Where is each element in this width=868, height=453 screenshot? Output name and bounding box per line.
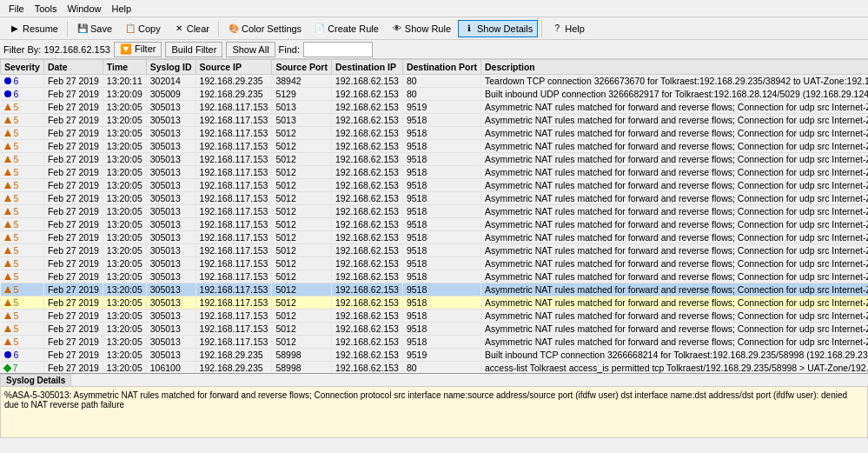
src-ip-cell: 192.168.117.153: [195, 296, 272, 310]
table-row[interactable]: 5Feb 27 201913:20:05305013192.168.117.15…: [1, 101, 869, 114]
description-cell: Teardown TCP connection 3266673670 for T…: [481, 75, 868, 88]
severity-cell: 6: [1, 88, 44, 101]
show-rule-button[interactable]: 👁 Show Rule: [386, 20, 456, 37]
src-ip-cell: 192.168.117.153: [195, 114, 272, 127]
menu-file[interactable]: File: [3, 3, 30, 15]
dst-port-cell: 80: [402, 362, 480, 374]
col-dest-ip[interactable]: Destination IP: [331, 60, 402, 75]
severity-circle-icon: [4, 351, 11, 358]
table-row[interactable]: 5Feb 27 201913:20:05305013192.168.117.15…: [1, 336, 869, 349]
severity-cell: 5: [1, 218, 44, 231]
find-input[interactable]: [303, 42, 373, 57]
col-description[interactable]: Description: [481, 60, 868, 75]
date-cell: Feb 27 2019: [43, 88, 103, 101]
table-row[interactable]: 6Feb 27 201913:20:11302014192.168.29.235…: [1, 75, 869, 88]
syslog-id-cell: 305013: [146, 336, 195, 349]
table-row[interactable]: 7Feb 27 201913:20:05106100192.168.29.235…: [1, 362, 869, 374]
table-row[interactable]: 5Feb 27 201913:20:05305013192.168.117.15…: [1, 283, 869, 296]
severity-triangle-icon: [4, 221, 11, 228]
severity-cell: 5: [1, 270, 44, 283]
src-ip-cell: 192.168.117.153: [195, 218, 272, 231]
src-port-cell: 5012: [272, 323, 332, 336]
dst-port-cell: 9518: [402, 166, 480, 179]
src-port-cell: 5012: [272, 283, 332, 296]
show-details-button[interactable]: ℹ Show Details: [458, 20, 538, 37]
syslog-id-cell: 305013: [146, 192, 195, 205]
time-cell: 13:20:05: [103, 101, 146, 114]
syslog-id-cell: 305013: [146, 296, 195, 310]
col-syslog-id[interactable]: Syslog ID: [146, 60, 195, 75]
src-port-cell: 5012: [272, 296, 332, 310]
table-row[interactable]: 6Feb 27 201913:20:05305013192.168.29.235…: [1, 349, 869, 362]
time-cell: 13:20:05: [103, 192, 146, 205]
table-row[interactable]: 5Feb 27 201913:20:05305013192.168.117.15…: [1, 270, 869, 283]
col-source-port[interactable]: Source Port: [272, 60, 332, 75]
table-row[interactable]: 5Feb 27 201913:20:05305013192.168.117.15…: [1, 244, 869, 257]
date-cell: Feb 27 2019: [43, 153, 103, 166]
src-port-cell: 5012: [272, 166, 332, 179]
severity-triangle-icon: [4, 117, 11, 123]
table-row[interactable]: 5Feb 27 201913:20:05305013192.168.117.15…: [1, 127, 869, 140]
build-filter-button[interactable]: Build Filter: [165, 42, 222, 57]
src-ip-cell: 192.168.117.153: [195, 310, 272, 323]
table-row[interactable]: 5Feb 27 201913:20:05305013192.168.117.15…: [1, 140, 869, 153]
table-container[interactable]: Severity Date Time Syslog ID Source IP S…: [0, 59, 868, 373]
table-row[interactable]: 5Feb 27 201913:20:05305013192.168.117.15…: [1, 114, 869, 127]
table-row[interactable]: 5Feb 27 201913:20:05305013192.168.117.15…: [1, 231, 869, 244]
clear-button[interactable]: ✕ Clear: [168, 20, 215, 37]
col-dest-port[interactable]: Destination Port: [402, 60, 480, 75]
save-button[interactable]: 💾 Save: [71, 20, 117, 37]
dst-port-cell: 9518: [402, 296, 480, 310]
date-cell: Feb 27 2019: [43, 218, 103, 231]
table-row[interactable]: 5Feb 27 201913:20:05305013192.168.117.15…: [1, 179, 869, 192]
help-icon: ?: [551, 23, 563, 35]
description-cell: Asymmetric NAT rules matched for forward…: [481, 166, 868, 179]
table-row[interactable]: 5Feb 27 201913:20:05305013192.168.117.15…: [1, 205, 869, 218]
description-cell: Asymmetric NAT rules matched for forward…: [481, 127, 868, 140]
src-port-cell: 5013: [272, 101, 332, 114]
description-cell: Asymmetric NAT rules matched for forward…: [481, 114, 868, 127]
dst-port-cell: 9519: [402, 349, 480, 362]
src-ip-cell: 192.168.117.153: [195, 127, 272, 140]
src-port-cell: 58998: [272, 349, 332, 362]
menu-tools[interactable]: Tools: [30, 3, 63, 15]
menu-window[interactable]: Window: [62, 3, 106, 15]
help-button[interactable]: ? Help: [546, 20, 590, 37]
severity-cell: 5: [1, 166, 44, 179]
table-row[interactable]: 5Feb 27 201913:20:05305013192.168.117.15…: [1, 257, 869, 270]
show-all-button[interactable]: Show All: [226, 42, 275, 57]
col-source-ip[interactable]: Source IP: [195, 60, 272, 75]
dst-port-cell: 9518: [402, 192, 480, 205]
table-row[interactable]: 5Feb 27 201913:20:05305013192.168.117.15…: [1, 192, 869, 205]
resume-button[interactable]: ▶ Resume: [3, 20, 63, 37]
dst-ip-cell: 192.168.62.153: [331, 244, 402, 257]
src-port-cell: 5012: [272, 244, 332, 257]
separator-3: [541, 21, 542, 37]
time-cell: 13:20:05: [103, 336, 146, 349]
col-severity[interactable]: Severity: [1, 60, 44, 75]
table-row[interactable]: 5Feb 27 201913:20:05305013192.168.117.15…: [1, 310, 869, 323]
col-time[interactable]: Time: [103, 60, 146, 75]
table-row[interactable]: 5Feb 27 201913:20:05305013192.168.117.15…: [1, 153, 869, 166]
color-settings-button[interactable]: 🎨 Color Settings: [222, 20, 307, 37]
col-date[interactable]: Date: [43, 60, 103, 75]
src-port-cell: 5012: [272, 127, 332, 140]
table-row[interactable]: 5Feb 27 201913:20:05305013192.168.117.15…: [1, 166, 869, 179]
show-details-icon: ℹ: [463, 23, 475, 35]
table-row[interactable]: 5Feb 27 201913:20:05305013192.168.117.15…: [1, 296, 869, 310]
time-cell: 13:20:05: [103, 270, 146, 283]
table-row[interactable]: 5Feb 27 201913:20:05305013192.168.117.15…: [1, 218, 869, 231]
dst-ip-cell: 192.168.62.153: [331, 323, 402, 336]
separator-1: [67, 21, 68, 37]
dst-port-cell: 9518: [402, 323, 480, 336]
table-row[interactable]: 5Feb 27 201913:20:05305013192.168.117.15…: [1, 323, 869, 336]
menu-help[interactable]: Help: [107, 3, 137, 15]
dst-ip-cell: 192.168.62.153: [331, 283, 402, 296]
create-rule-button[interactable]: 📄 Create Rule: [308, 20, 384, 37]
filter-button[interactable]: 🔽 Filter: [114, 42, 162, 57]
severity-triangle-icon: [4, 208, 11, 215]
time-cell: 13:20:05: [103, 310, 146, 323]
date-cell: Feb 27 2019: [43, 336, 103, 349]
table-row[interactable]: 6Feb 27 201913:20:09305009192.168.29.235…: [1, 88, 869, 101]
copy-button[interactable]: 📋 Copy: [119, 20, 166, 37]
